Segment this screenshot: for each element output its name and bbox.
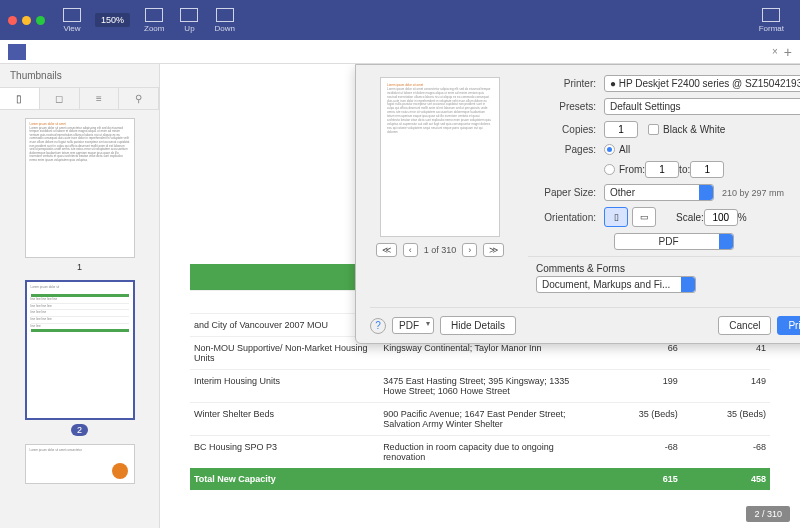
printer-label: Printer: (528, 78, 596, 89)
zoom-level[interactable]: 150% (95, 13, 130, 27)
sidebar-tabs: ▯ ◻ ≡ ⚲ (0, 87, 159, 110)
view-button[interactable]: View (63, 8, 81, 33)
preview-page-label: 1 of 310 (424, 245, 457, 255)
orientation-label: Orientation: (528, 212, 596, 223)
orientation-portrait-button[interactable]: ▯ (604, 207, 628, 227)
pages-all-label: All (619, 144, 630, 155)
format-button[interactable]: Format (759, 8, 784, 33)
new-tab-icon[interactable]: + (784, 44, 792, 60)
pages-to-input[interactable] (690, 161, 724, 178)
pages-label: Pages: (528, 144, 596, 155)
minimize-window-icon[interactable] (22, 16, 31, 25)
pdf-section-select[interactable]: PDF (614, 233, 734, 250)
scale-label: Scale: (676, 212, 704, 223)
paper-size-label: Paper Size: (528, 187, 596, 198)
tab-bar: × + (0, 40, 800, 64)
pages-from-input[interactable] (645, 161, 679, 178)
zoom-icon (145, 8, 163, 22)
page-indicator: 2 / 310 (746, 506, 790, 522)
table-row: Interim Housing Units3475 East Hasting S… (190, 370, 770, 403)
help-icon[interactable]: ? (370, 318, 386, 334)
sidebar-tab-bookmarks[interactable]: ◻ (40, 88, 80, 109)
pages-from-label: From: (619, 164, 645, 175)
view-icon (63, 8, 81, 22)
format-icon (762, 8, 780, 22)
close-tab-icon[interactable]: × (772, 46, 778, 57)
printer-select[interactable]: ● HP Deskjet F2400 series @ SZ15042193 (604, 75, 800, 92)
table-total-row: Total New Capacity615458 (190, 468, 770, 490)
sidebar-tab-search[interactable]: ⚲ (119, 88, 159, 109)
thumbnail-page-1[interactable]: Lorem ipsum dolor sit amet Lorem ipsum d… (25, 118, 135, 258)
presets-select[interactable]: Default Settings (604, 98, 800, 115)
up-button[interactable]: Up (180, 8, 198, 33)
pages-all-radio[interactable] (604, 144, 615, 155)
print-dialog: Lorem ipsum dolor sit amet Lorem ipsum d… (355, 64, 800, 344)
document-view[interactable]: g foreless 301 and City of Vancouver 200… (160, 64, 800, 528)
thumbnail-page-3[interactable]: Lorem ipsum dolor sit amet consectetur (25, 444, 135, 484)
table-row: BC Housing SPO P3Reduction in room capac… (190, 436, 770, 469)
cancel-button[interactable]: Cancel (718, 316, 771, 335)
pages-to-label: to: (679, 164, 690, 175)
preview-next-icon[interactable]: › (462, 243, 477, 257)
table-row: Winter Shelter Beds900 Pacific Avenue; 1… (190, 403, 770, 436)
home-icon[interactable] (8, 44, 26, 60)
copies-label: Copies: (528, 124, 596, 135)
zoom-button[interactable]: Zoom (144, 8, 164, 33)
presets-label: Presets: (528, 101, 596, 112)
window-controls[interactable] (8, 16, 45, 25)
hide-details-button[interactable]: Hide Details (440, 316, 516, 335)
print-preview: Lorem ipsum dolor sit amet Lorem ipsum d… (380, 77, 500, 237)
preview-prev-icon[interactable]: ‹ (403, 243, 418, 257)
copies-input[interactable] (604, 121, 638, 138)
paper-size-select[interactable]: Other (604, 184, 714, 201)
pages-from-radio[interactable] (604, 164, 615, 175)
down-button[interactable]: Down (214, 8, 234, 33)
thumbnail-page-2[interactable]: Lorem ipsum dolor sit line line line lin… (25, 280, 135, 420)
bw-label: Black & White (663, 124, 725, 135)
bw-checkbox[interactable] (648, 124, 659, 135)
app-toolbar: View 150% Zoom Up Down Format (0, 0, 800, 40)
sidebar-tab-thumbnails[interactable]: ▯ (0, 88, 40, 109)
percent-label: % (738, 212, 747, 223)
print-button[interactable]: Print (777, 316, 800, 335)
pdf-dropdown[interactable]: PDF (392, 317, 434, 334)
scale-input[interactable] (704, 209, 738, 226)
comments-select[interactable]: Document, Markups and Fi... (536, 276, 696, 293)
comments-label: Comments & Forms (536, 263, 625, 274)
thumbnails-sidebar: Thumbnails ▯ ◻ ≡ ⚲ Lorem ipsum dolor sit… (0, 64, 160, 528)
down-icon (216, 8, 234, 22)
preview-first-icon[interactable]: ≪ (376, 243, 397, 257)
up-icon (180, 8, 198, 22)
close-window-icon[interactable] (8, 16, 17, 25)
preview-last-icon[interactable]: ≫ (483, 243, 504, 257)
thumbnail-label-2: 2 (71, 424, 88, 436)
sidebar-tab-outline[interactable]: ≡ (80, 88, 120, 109)
zoom-window-icon[interactable] (36, 16, 45, 25)
sidebar-title: Thumbnails (0, 64, 159, 87)
orientation-landscape-button[interactable]: ▭ (632, 207, 656, 227)
thumbnail-label-1: 1 (77, 262, 82, 272)
paper-dims: 210 by 297 mm (722, 188, 784, 198)
